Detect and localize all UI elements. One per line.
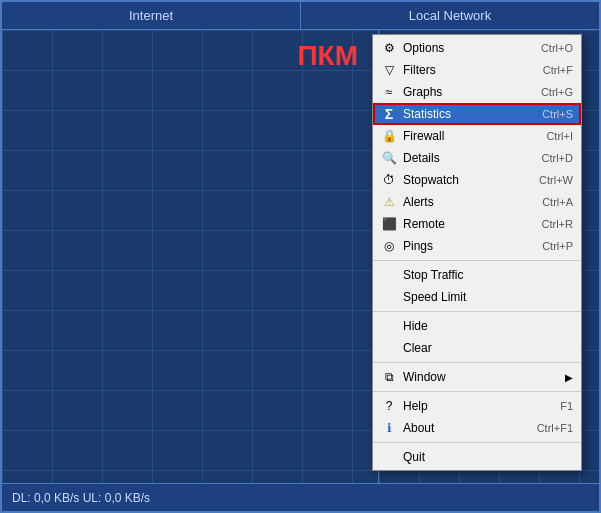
menu-shortcut-stopwatch: Ctrl+W	[539, 174, 573, 186]
menu-icon-alerts: ⚠	[379, 194, 399, 210]
menu-icon-filters: ▽	[379, 62, 399, 78]
menu-icon-details: 🔍	[379, 150, 399, 166]
menu-item-options[interactable]: ⚙OptionsCtrl+O	[373, 37, 581, 59]
menu-label-quit: Quit	[403, 450, 573, 464]
left-grid	[2, 30, 378, 483]
menu-label-window: Window	[403, 370, 561, 384]
main-window: Internet Local Network ПКМ DL: 0,0 KB/s …	[0, 0, 601, 513]
menu-label-remote: Remote	[403, 217, 534, 231]
menu-arrow-window: ▶	[565, 372, 573, 383]
menu-label-stop-traffic: Stop Traffic	[403, 268, 573, 282]
menu-label-filters: Filters	[403, 63, 535, 77]
menu-label-about: About	[403, 421, 529, 435]
menu-shortcut-details: Ctrl+D	[542, 152, 573, 164]
menu-label-hide: Hide	[403, 319, 573, 333]
menu-icon-hide	[379, 318, 399, 334]
context-menu: ⚙OptionsCtrl+O▽FiltersCtrl+F≈GraphsCtrl+…	[372, 34, 582, 471]
menu-separator-sep4	[373, 391, 581, 392]
menu-separator-sep2	[373, 311, 581, 312]
menu-icon-window: ⧉	[379, 369, 399, 385]
menu-shortcut-statistics: Ctrl+S	[542, 108, 573, 120]
left-panel: ПКМ	[2, 30, 379, 483]
status-text: DL: 0,0 KB/s UL: 0,0 KB/s	[12, 491, 150, 505]
menu-label-firewall: Firewall	[403, 129, 538, 143]
menu-item-window[interactable]: ⧉Window▶	[373, 366, 581, 388]
header-local-network: Local Network	[301, 2, 599, 29]
menu-icon-stopwatch: ⏱	[379, 172, 399, 188]
menu-item-clear[interactable]: Clear	[373, 337, 581, 359]
menu-shortcut-alerts: Ctrl+A	[542, 196, 573, 208]
menu-item-stop-traffic[interactable]: Stop Traffic	[373, 264, 581, 286]
menu-icon-remote: ⬛	[379, 216, 399, 232]
menu-item-quit[interactable]: Quit	[373, 446, 581, 468]
menu-item-statistics[interactable]: ΣStatisticsCtrl+S	[373, 103, 581, 125]
menu-label-graphs: Graphs	[403, 85, 533, 99]
menu-item-details[interactable]: 🔍DetailsCtrl+D	[373, 147, 581, 169]
status-bar: DL: 0,0 KB/s UL: 0,0 KB/s	[2, 483, 599, 511]
menu-shortcut-help: F1	[560, 400, 573, 412]
menu-shortcut-about: Ctrl+F1	[537, 422, 573, 434]
menu-item-firewall[interactable]: 🔒FirewallCtrl+I	[373, 125, 581, 147]
menu-shortcut-options: Ctrl+O	[541, 42, 573, 54]
menu-item-stopwatch[interactable]: ⏱StopwatchCtrl+W	[373, 169, 581, 191]
menu-separator-sep3	[373, 362, 581, 363]
menu-icon-speed-limit	[379, 289, 399, 305]
menu-icon-stop-traffic	[379, 267, 399, 283]
menu-label-help: Help	[403, 399, 552, 413]
menu-separator-sep5	[373, 442, 581, 443]
menu-icon-about: ℹ	[379, 420, 399, 436]
menu-icon-help: ?	[379, 398, 399, 414]
menu-item-alerts[interactable]: ⚠AlertsCtrl+A	[373, 191, 581, 213]
menu-item-filters[interactable]: ▽FiltersCtrl+F	[373, 59, 581, 81]
pkm-label: ПКМ	[297, 40, 358, 72]
menu-label-statistics: Statistics	[403, 107, 534, 121]
header-bar: Internet Local Network	[2, 2, 599, 30]
menu-item-help[interactable]: ?HelpF1	[373, 395, 581, 417]
menu-separator-sep1	[373, 260, 581, 261]
menu-shortcut-pings: Ctrl+P	[542, 240, 573, 252]
menu-icon-firewall: 🔒	[379, 128, 399, 144]
menu-item-remote[interactable]: ⬛RemoteCtrl+R	[373, 213, 581, 235]
menu-icon-graphs: ≈	[379, 84, 399, 100]
menu-shortcut-graphs: Ctrl+G	[541, 86, 573, 98]
menu-label-speed-limit: Speed Limit	[403, 290, 573, 304]
menu-label-stopwatch: Stopwatch	[403, 173, 531, 187]
header-internet: Internet	[2, 2, 301, 29]
menu-shortcut-remote: Ctrl+R	[542, 218, 573, 230]
menu-icon-pings: ◎	[379, 238, 399, 254]
menu-item-speed-limit[interactable]: Speed Limit	[373, 286, 581, 308]
menu-shortcut-filters: Ctrl+F	[543, 64, 573, 76]
menu-shortcut-firewall: Ctrl+I	[546, 130, 573, 142]
menu-icon-quit	[379, 449, 399, 465]
menu-icon-options: ⚙	[379, 40, 399, 56]
menu-label-pings: Pings	[403, 239, 534, 253]
menu-label-clear: Clear	[403, 341, 573, 355]
menu-label-alerts: Alerts	[403, 195, 534, 209]
menu-icon-statistics: Σ	[379, 106, 399, 122]
menu-item-about[interactable]: ℹAboutCtrl+F1	[373, 417, 581, 439]
menu-label-options: Options	[403, 41, 533, 55]
menu-item-hide[interactable]: Hide	[373, 315, 581, 337]
menu-item-pings[interactable]: ◎PingsCtrl+P	[373, 235, 581, 257]
menu-item-graphs[interactable]: ≈GraphsCtrl+G	[373, 81, 581, 103]
menu-label-details: Details	[403, 151, 534, 165]
menu-icon-clear	[379, 340, 399, 356]
